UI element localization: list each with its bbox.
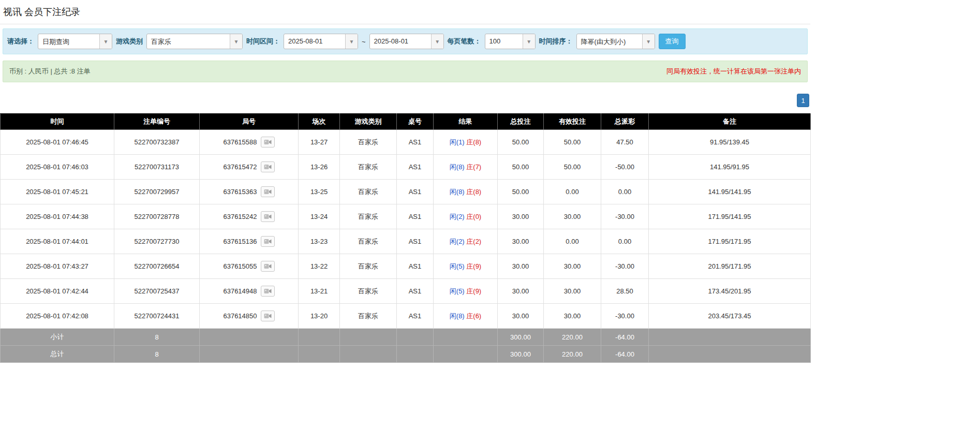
currency-total-text: 币别 : 人民币 | 总共 :8 注单: [9, 67, 91, 76]
video-icon: [264, 189, 272, 195]
video-replay-button[interactable]: [261, 311, 275, 321]
date-to-select[interactable]: 2025-08-01 ▼: [369, 34, 444, 49]
cell-table-no: AS1: [397, 180, 434, 204]
cell-game-type: 百家乐: [340, 204, 397, 229]
query-type-value: 日期查询: [38, 34, 99, 49]
result-player: 闲(8): [450, 188, 465, 196]
cell-time: 2025-08-01 07:44:01: [1, 229, 114, 254]
result-banker: 庄(9): [466, 287, 481, 295]
cell-total-bet[interactable]: 50.00: [498, 180, 544, 204]
bet-records-table: 时间 注单编号 局号 场次 游戏类别 桌号 结果 总投注 有效投注 总派彩 备注…: [0, 113, 811, 363]
cell-result: 闲(5) 庄(9): [434, 254, 498, 279]
select-type-label: 请选择：: [7, 37, 34, 46]
cell-total-bet[interactable]: 30.00: [498, 204, 544, 229]
cell-table-no: AS1: [397, 155, 434, 180]
query-type-select[interactable]: 日期查询 ▼: [38, 34, 112, 49]
cell-total-bet[interactable]: 30.00: [498, 279, 544, 304]
date-from-select[interactable]: 2025-08-01 ▼: [284, 34, 358, 49]
video-replay-button[interactable]: [261, 286, 275, 297]
cell-valid-bet: 30.00: [544, 279, 601, 304]
sort-order-select[interactable]: 降幂(由大到小) ▼: [576, 34, 655, 49]
header-payout: 总派彩: [601, 114, 649, 130]
table-row: 2025-08-01 07:43:27 522700726654 6376150…: [1, 254, 811, 279]
total-row: 总计 8 300.00 220.00 -64.00: [1, 346, 811, 363]
cell-bet-id: 522700732387: [114, 130, 200, 155]
cell-session: 13-24: [299, 204, 340, 229]
result-banker: 庄(2): [466, 238, 481, 245]
filter-bar: 请选择： 日期查询 ▼ 游戏类别 百家乐 ▼ 时间区间： 2025-08-01 …: [3, 28, 808, 54]
cell-game-type: 百家乐: [340, 180, 397, 204]
result-player: 闲(8): [450, 312, 465, 320]
table-row: 2025-08-01 07:42:44 522700725437 6376149…: [1, 279, 811, 304]
time-range-label: 时间区间：: [246, 37, 280, 46]
cell-total-bet[interactable]: 30.00: [498, 229, 544, 254]
page-size-select[interactable]: 100 ▼: [485, 34, 536, 49]
summary-bar: 币别 : 人民币 | 总共 :8 注单 同局有效投注，统一计算在该局第一张注单内: [3, 61, 808, 82]
date-range-tilde: ~: [362, 38, 366, 46]
cell-game-type: 百家乐: [340, 155, 397, 180]
video-replay-button[interactable]: [261, 211, 275, 222]
cell-payout: 47.50: [601, 130, 649, 155]
game-type-value: 百家乐: [147, 34, 230, 49]
cell-valid-bet: 30.00: [544, 304, 601, 329]
video-icon: [264, 139, 272, 145]
cell-payout: -50.00: [601, 155, 649, 180]
subtotal-valid-bet: 220.00: [544, 329, 601, 346]
cell-session: 13-23: [299, 229, 340, 254]
table-header-row: 时间 注单编号 局号 场次 游戏类别 桌号 结果 总投注 有效投注 总派彩 备注: [1, 114, 811, 130]
header-valid-bet: 有效投注: [544, 114, 601, 130]
sort-order-value: 降幂(由大到小): [577, 34, 642, 49]
cell-bet-id: 522700725437: [114, 279, 200, 304]
date-to-value: 2025-08-01: [370, 34, 431, 49]
header-bet-id: 注单编号: [114, 114, 200, 130]
cell-round-id: 637614948: [200, 279, 299, 304]
cell-total-bet[interactable]: 50.00: [498, 130, 544, 155]
cell-game-type: 百家乐: [340, 229, 397, 254]
page-size-label: 每页笔数：: [448, 37, 481, 46]
video-replay-button[interactable]: [261, 236, 275, 247]
game-type-label: 游戏类别: [116, 37, 143, 46]
chevron-down-icon: ▼: [523, 34, 535, 49]
cell-payout: 0.00: [601, 180, 649, 204]
cell-session: 13-22: [299, 254, 340, 279]
game-type-select[interactable]: 百家乐 ▼: [146, 34, 243, 49]
round-id-text: 637615136: [223, 238, 257, 245]
cell-game-type: 百家乐: [340, 254, 397, 279]
cell-bet-id: 522700724431: [114, 304, 200, 329]
cell-remark: 201.95/171.95: [649, 254, 811, 279]
cell-total-bet[interactable]: 30.00: [498, 254, 544, 279]
chevron-down-icon: ▼: [99, 34, 112, 49]
cell-result: 闲(5) 庄(9): [434, 279, 498, 304]
header-table-no: 桌号: [397, 114, 434, 130]
round-id-text: 637614850: [223, 312, 257, 320]
cell-result: 闲(2) 庄(0): [434, 204, 498, 229]
cell-result: 闲(8) 庄(8): [434, 180, 498, 204]
subtotal-total-bet: 300.00: [498, 329, 544, 346]
video-replay-button[interactable]: [261, 261, 275, 272]
video-replay-button[interactable]: [261, 137, 275, 147]
cell-session: 13-20: [299, 304, 340, 329]
video-replay-button[interactable]: [261, 161, 275, 172]
header-session: 场次: [299, 114, 340, 130]
result-player: 闲(8): [450, 163, 465, 171]
cell-total-bet[interactable]: 50.00: [498, 155, 544, 180]
video-icon: [264, 313, 272, 319]
cell-round-id: 637615472: [200, 155, 299, 180]
cell-time: 2025-08-01 07:45:21: [1, 180, 114, 204]
cell-round-id: 637615242: [200, 204, 299, 229]
result-banker: 庄(7): [466, 163, 481, 171]
cell-round-id: 637615136: [200, 229, 299, 254]
subtotal-label: 小计: [1, 329, 114, 346]
page-1-button[interactable]: 1: [797, 94, 809, 107]
cell-total-bet[interactable]: 30.00: [498, 304, 544, 329]
cell-valid-bet: 30.00: [544, 254, 601, 279]
header-result: 结果: [434, 114, 498, 130]
search-button[interactable]: 查询: [659, 34, 686, 49]
cell-remark: 203.45/173.45: [649, 304, 811, 329]
result-banker: 庄(6): [466, 312, 481, 320]
table-row: 2025-08-01 07:42:08 522700724431 6376148…: [1, 304, 811, 329]
result-player: 闲(2): [450, 238, 465, 245]
cell-remark: 173.45/201.95: [649, 279, 811, 304]
video-replay-button[interactable]: [261, 186, 275, 197]
cell-table-no: AS1: [397, 204, 434, 229]
